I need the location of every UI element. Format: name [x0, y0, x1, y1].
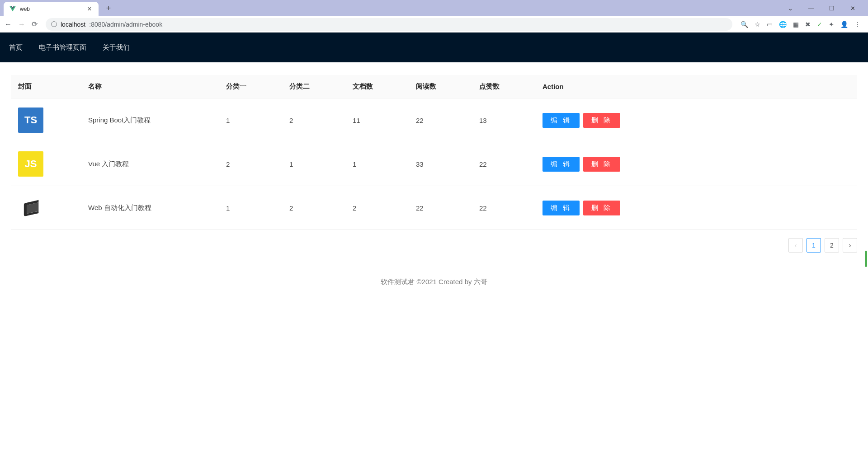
bookmark-icon[interactable]: ☆: [755, 21, 760, 28]
window-minimize-icon[interactable]: —: [804, 5, 818, 12]
cell-cover: [11, 186, 81, 230]
col-docs: 文档数: [345, 75, 409, 98]
cover-text: TS: [24, 114, 37, 126]
cover-thumbnail: TS: [18, 108, 43, 133]
edit-button[interactable]: 编 辑: [542, 157, 580, 172]
cell-cover: TS: [11, 98, 81, 142]
page-1[interactable]: 1: [807, 238, 821, 253]
browser-chrome: web × + ⌄ — ❐ ✕ ← → ⟳ ⓘ localhost:8080/a…: [0, 0, 868, 33]
cell-action: 编 辑删 除: [535, 142, 857, 186]
ext-3-icon[interactable]: ▦: [793, 21, 799, 28]
footer-text: 软件测试君 ©2021 Created by 六哥: [0, 278, 868, 286]
col-action: Action: [535, 75, 857, 98]
cover-text: JS: [25, 158, 37, 170]
cell-name: Vue 入门教程: [81, 142, 219, 186]
nav-icons: ← → ⟳: [5, 20, 38, 28]
page-next[interactable]: ›: [843, 238, 857, 253]
cell-views: 22: [409, 98, 472, 142]
toolbar-right: 🔍 ☆ ▭ 🌐 ▦ ✖ ✓ ✦ 👤 ⋮: [741, 21, 863, 28]
cell-views: 33: [409, 142, 472, 186]
cover-thumbnail: JS: [18, 151, 43, 177]
ext-5-icon[interactable]: ✓: [817, 21, 822, 28]
ebook-table: 封面 名称 分类一 分类二 文档数 阅读数 点赞数 Action TSSprin…: [11, 75, 857, 230]
browser-tab[interactable]: web ×: [4, 2, 99, 16]
table-row: Web 自动化入门教程1222222编 辑删 除: [11, 186, 857, 230]
forward-icon[interactable]: →: [18, 20, 25, 28]
ext-2-icon[interactable]: 🌐: [779, 21, 787, 28]
chevron-left-icon: ‹: [795, 242, 797, 249]
site-info-icon[interactable]: ⓘ: [51, 20, 57, 28]
vue-favicon: [9, 5, 16, 13]
cell-docs: 1: [345, 142, 409, 186]
url-path: :8080/admin/admin-ebook: [89, 21, 162, 28]
nav-ebook-admin[interactable]: 电子书管理页面: [39, 43, 86, 52]
window-controls: ⌄ — ❐ ✕: [783, 5, 864, 12]
tab-title: web: [20, 6, 82, 12]
tab-close-icon[interactable]: ×: [86, 5, 93, 13]
ext-4-icon[interactable]: ✖: [805, 21, 811, 28]
cell-docs: 2: [345, 186, 409, 230]
cell-cover: JS: [11, 142, 81, 186]
ext-1-icon[interactable]: ▭: [767, 21, 773, 28]
window-maximize-icon[interactable]: ❐: [825, 5, 839, 12]
address-bar[interactable]: ⓘ localhost:8080/admin/admin-ebook: [46, 18, 732, 31]
table-row: TSSpring Boot入门教程12112213编 辑删 除: [11, 98, 857, 142]
edit-button[interactable]: 编 辑: [542, 113, 580, 128]
cell-cat2: 1: [282, 142, 345, 186]
col-likes: 点赞数: [472, 75, 535, 98]
profile-icon[interactable]: 👤: [840, 21, 848, 28]
cell-likes: 22: [472, 142, 535, 186]
window-chevron-icon[interactable]: ⌄: [783, 5, 797, 12]
page-prev[interactable]: ‹: [788, 238, 803, 253]
cell-views: 22: [409, 186, 472, 230]
cell-name: Spring Boot入门教程: [81, 98, 219, 142]
cell-action: 编 辑删 除: [535, 98, 857, 142]
page-2[interactable]: 2: [825, 238, 839, 253]
url-host: localhost: [61, 21, 85, 28]
browser-toolbar: ← → ⟳ ⓘ localhost:8080/admin/admin-ebook…: [0, 16, 868, 33]
col-cat2: 分类二: [282, 75, 345, 98]
menu-icon[interactable]: ⋮: [854, 21, 861, 28]
scrollbar-indicator[interactable]: [865, 251, 867, 267]
cell-likes: 22: [472, 186, 535, 230]
extensions-icon[interactable]: ✦: [829, 21, 834, 28]
col-name: 名称: [81, 75, 219, 98]
cell-cat1: 1: [219, 98, 282, 142]
col-cover: 封面: [11, 75, 81, 98]
zoom-icon[interactable]: 🔍: [741, 21, 748, 28]
cell-docs: 11: [345, 98, 409, 142]
table-row: JSVue 入门教程2113322编 辑删 除: [11, 142, 857, 186]
delete-button[interactable]: 删 除: [583, 201, 620, 215]
col-views: 阅读数: [409, 75, 472, 98]
cell-cat1: 2: [219, 142, 282, 186]
cell-cat2: 2: [282, 98, 345, 142]
cell-likes: 13: [472, 98, 535, 142]
content: 封面 名称 分类一 分类二 文档数 阅读数 点赞数 Action TSSprin…: [0, 62, 868, 230]
back-icon[interactable]: ←: [5, 20, 12, 28]
window-close-icon[interactable]: ✕: [845, 5, 860, 12]
chevron-right-icon: ›: [849, 242, 851, 249]
nav-home[interactable]: 首页: [9, 43, 23, 52]
app-nav: 首页 电子书管理页面 关于我们: [0, 33, 868, 62]
cell-cat2: 2: [282, 186, 345, 230]
reload-icon[interactable]: ⟳: [32, 20, 38, 28]
pagination: ‹12›: [0, 230, 868, 253]
table-header-row: 封面 名称 分类一 分类二 文档数 阅读数 点赞数 Action: [11, 75, 857, 98]
new-tab-button[interactable]: +: [102, 4, 115, 13]
col-cat1: 分类一: [219, 75, 282, 98]
delete-button[interactable]: 删 除: [583, 113, 620, 128]
tab-bar: web × + ⌄ — ❐ ✕: [0, 0, 868, 16]
book-icon: [19, 196, 42, 220]
delete-button[interactable]: 删 除: [583, 157, 620, 172]
edit-button[interactable]: 编 辑: [542, 201, 580, 215]
cell-action: 编 辑删 除: [535, 186, 857, 230]
cell-cat1: 1: [219, 186, 282, 230]
nav-about[interactable]: 关于我们: [103, 43, 130, 52]
cover-thumbnail: [18, 195, 43, 220]
cell-name: Web 自动化入门教程: [81, 186, 219, 230]
